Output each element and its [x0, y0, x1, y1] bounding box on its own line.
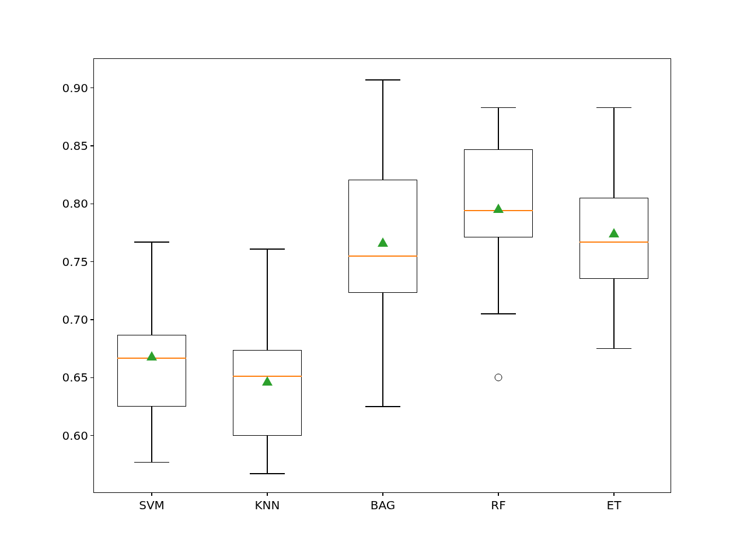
ytick-label: 0.65: [62, 370, 88, 384]
whisker-high: [267, 249, 268, 350]
mean-marker-triangle-icon: [146, 351, 157, 360]
ytick-label: 0.90: [62, 81, 88, 95]
xtick-mark: [613, 492, 614, 496]
box: [464, 149, 533, 237]
whisker-low: [613, 279, 615, 348]
whisker-low: [151, 407, 152, 462]
ytick-label: 0.85: [62, 139, 88, 153]
xtick-mark: [382, 492, 383, 496]
xtick-mark: [267, 492, 267, 496]
xtick-label: SVM: [139, 498, 165, 512]
whisker-high: [613, 107, 615, 198]
cap-high: [250, 249, 284, 250]
cap-low: [596, 348, 631, 349]
ytick-mark: [90, 204, 94, 204]
mean-marker-triangle-icon: [493, 204, 504, 213]
ytick-mark: [90, 319, 94, 320]
ytick-label: 0.70: [62, 313, 88, 327]
outlier-point: [495, 374, 502, 382]
whisker-low: [498, 237, 499, 314]
whisker-high: [382, 80, 383, 180]
ytick-label: 0.60: [62, 429, 88, 443]
ytick-mark: [90, 377, 94, 378]
xtick-label: ET: [607, 498, 622, 512]
mean-marker-triangle-icon: [262, 376, 273, 386]
cap-high: [365, 79, 400, 80]
ytick-mark: [90, 145, 94, 146]
figure: 0.600.650.700.750.800.850.90SVMKNNBAGRFE…: [0, 0, 747, 560]
axes: 0.600.650.700.750.800.850.90SVMKNNBAGRFE…: [93, 58, 671, 493]
mean-marker-triangle-icon: [609, 228, 619, 237]
box: [580, 198, 649, 279]
cap-high: [596, 107, 631, 108]
ytick-mark: [90, 261, 94, 262]
xtick-label: BAG: [371, 498, 396, 512]
xtick-mark: [151, 492, 152, 496]
ytick-label: 0.80: [62, 197, 88, 211]
whisker-high: [498, 107, 499, 149]
box: [117, 335, 187, 407]
xtick-label: KNN: [254, 498, 280, 512]
median-line: [580, 242, 649, 243]
ytick-label: 0.75: [62, 255, 88, 269]
ytick-mark: [90, 435, 94, 436]
cap-high: [134, 242, 169, 243]
ytick-mark: [90, 88, 94, 88]
whisker-high: [151, 242, 152, 335]
xtick-mark: [498, 492, 498, 496]
median-line: [348, 256, 418, 257]
mean-marker-triangle-icon: [378, 237, 388, 247]
cap-low: [365, 406, 400, 407]
whisker-low: [267, 436, 268, 474]
cap-low: [250, 473, 284, 474]
cap-low: [481, 313, 515, 314]
whisker-low: [382, 293, 383, 407]
box: [233, 350, 302, 436]
box: [348, 180, 418, 293]
xtick-label: RF: [491, 498, 505, 512]
cap-low: [134, 462, 169, 463]
cap-high: [481, 107, 515, 108]
